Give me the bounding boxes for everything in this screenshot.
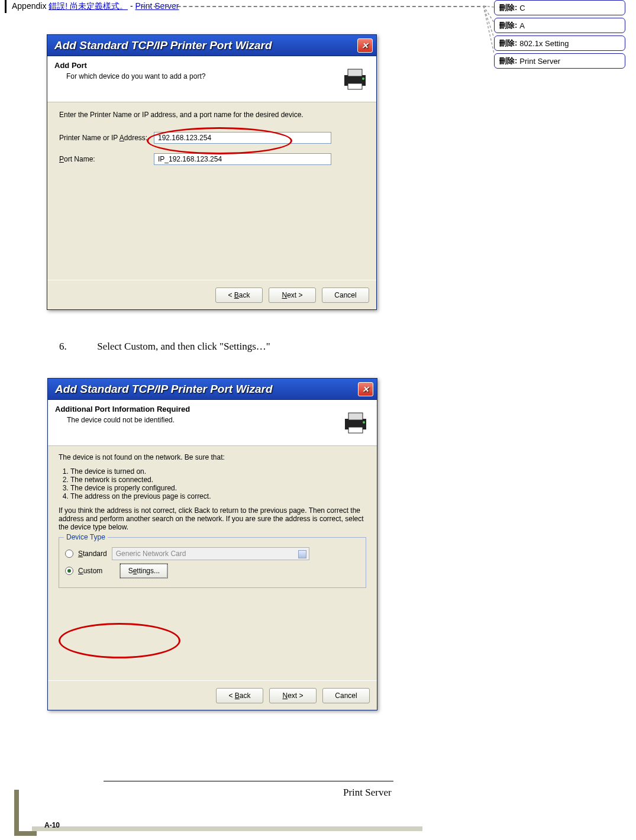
list-item: The network is connected. bbox=[70, 476, 366, 484]
dialog-body: The device is not found on the network. … bbox=[48, 446, 377, 680]
comment-connector bbox=[142, 6, 486, 7]
comment-value: Print Server bbox=[519, 57, 560, 66]
close-icon[interactable]: ✕ bbox=[358, 382, 373, 396]
settings-button[interactable]: Settings... bbox=[120, 564, 167, 578]
dialog-additional-info: Add Standard TCP/IP Printer Port Wizard … bbox=[47, 378, 377, 710]
dialog-buttons: < Back Next > Cancel bbox=[47, 280, 376, 309]
step-text: Select Custom, and then click "Settings…… bbox=[97, 341, 270, 352]
comment-value: 802.1x Setting bbox=[519, 39, 569, 48]
dialog-buttons: < Back Next > Cancel bbox=[48, 680, 377, 710]
comment-deleted-4: 刪除: Print Server bbox=[494, 53, 625, 69]
comment-label: 刪除: bbox=[499, 20, 517, 31]
svg-line-3 bbox=[483, 6, 494, 53]
printer-icon bbox=[341, 64, 369, 93]
dialog-body: Enter the Printer Name or IP address, an… bbox=[47, 102, 376, 280]
back-button[interactable]: < Back bbox=[215, 287, 263, 303]
fieldset-legend: Device Type bbox=[64, 533, 108, 541]
revision-bar bbox=[5, 0, 7, 13]
titlebar[interactable]: Add Standard TCP/IP Printer Port Wizard … bbox=[48, 379, 377, 400]
dialog-intro2: The device is not found on the network. … bbox=[59, 453, 366, 461]
step-number: 6. bbox=[59, 341, 95, 353]
highlight-ellipse bbox=[59, 623, 180, 658]
svg-rect-10 bbox=[348, 427, 363, 433]
label-printer-address: Printer Name or IP Address: bbox=[59, 134, 154, 142]
comments-pane: 刪除: C 刪除: A 刪除: 802.1x Setting 刪除: Print… bbox=[494, 0, 625, 71]
dialog-header-title: Additional Port Information Required bbox=[55, 405, 370, 413]
header-prefix: Appendix bbox=[12, 1, 49, 11]
footer-rule bbox=[104, 781, 393, 781]
checklist: The device is turned on. The network is … bbox=[70, 467, 366, 500]
next-button[interactable]: Next > bbox=[269, 287, 316, 303]
comment-label: 刪除: bbox=[499, 56, 517, 66]
label-port-name: Port Name: bbox=[59, 155, 154, 163]
radio-custom-label: Custom bbox=[78, 567, 102, 575]
list-item: The device is properly configured. bbox=[70, 484, 366, 492]
dialog-paragraph: If you think the address is not correct,… bbox=[59, 506, 366, 531]
svg-rect-9 bbox=[348, 413, 363, 420]
comment-fan-lines bbox=[483, 5, 494, 58]
dialog-title: Add Standard TCP/IP Printer Port Wizard bbox=[51, 39, 357, 52]
svg-point-7 bbox=[362, 77, 364, 80]
svg-point-11 bbox=[363, 421, 365, 424]
comment-label: 刪除: bbox=[499, 38, 517, 49]
step-instruction: 6. Select Custom, and then click "Settin… bbox=[59, 341, 270, 353]
titlebar[interactable]: Add Standard TCP/IP Printer Port Wizard … bbox=[47, 35, 376, 56]
list-item: The address on the previous page is corr… bbox=[70, 492, 366, 500]
dialog-header-sub: For which device do you want to add a po… bbox=[66, 72, 369, 80]
dialog-add-port: Add Standard TCP/IP Printer Port Wizard … bbox=[47, 34, 377, 310]
comment-deleted-2: 刪除: A bbox=[494, 18, 625, 33]
radio-custom[interactable] bbox=[65, 567, 73, 575]
dialog-title: Add Standard TCP/IP Printer Port Wizard bbox=[51, 383, 358, 396]
dialog-intro: Enter the Printer Name or IP address, an… bbox=[59, 111, 364, 119]
dialog-header-title: Add Port bbox=[54, 61, 369, 70]
comment-value: C bbox=[519, 4, 525, 12]
page-bottom-decoration bbox=[32, 826, 422, 831]
footer-title: Print Server bbox=[343, 787, 392, 799]
printer-icon bbox=[341, 408, 370, 437]
input-printer-address[interactable]: 192.168.123.254 bbox=[154, 132, 331, 144]
dialog-header-sub: The device could not be identified. bbox=[67, 416, 370, 424]
svg-line-1 bbox=[483, 6, 494, 22]
next-button[interactable]: Next > bbox=[269, 688, 317, 703]
svg-rect-6 bbox=[348, 83, 362, 89]
cancel-button[interactable]: Cancel bbox=[322, 688, 370, 703]
comment-deleted-1: 刪除: C bbox=[494, 0, 625, 15]
radio-standard-label: Standard bbox=[78, 550, 107, 558]
comment-value: A bbox=[519, 21, 525, 30]
radio-standard[interactable] bbox=[65, 550, 73, 558]
close-icon[interactable]: ✕ bbox=[357, 38, 373, 53]
header-error: 錯誤! 尚未定義樣式。 bbox=[49, 1, 128, 11]
page-number: A-10 bbox=[44, 821, 60, 829]
combo-standard-devicetype: Generic Network Card bbox=[112, 547, 309, 560]
comment-label: 刪除: bbox=[499, 2, 517, 13]
svg-rect-5 bbox=[348, 69, 362, 76]
input-port-name[interactable]: IP_192.168.123.254 bbox=[154, 153, 331, 165]
dialog-header-panel: Add Port For which device do you want to… bbox=[47, 56, 376, 102]
comment-deleted-3: 刪除: 802.1x Setting bbox=[494, 35, 625, 51]
header-sep: - bbox=[128, 1, 135, 11]
cancel-button[interactable]: Cancel bbox=[322, 287, 369, 303]
dialog-header-panel: Additional Port Information Required The… bbox=[48, 400, 377, 446]
svg-line-2 bbox=[483, 6, 494, 38]
back-button[interactable]: < Back bbox=[216, 688, 263, 703]
list-item: The device is turned on. bbox=[70, 467, 366, 476]
device-type-fieldset: Device Type Standard Generic Network Car… bbox=[59, 537, 366, 588]
